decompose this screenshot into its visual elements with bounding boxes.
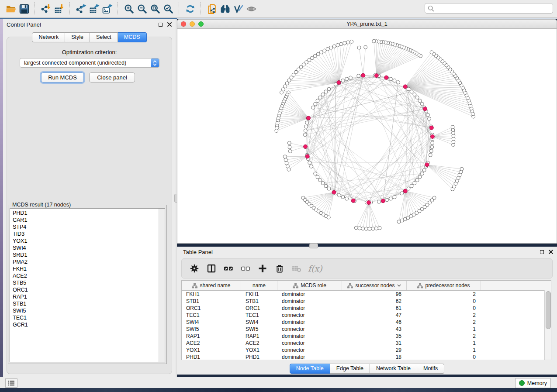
export-table-button[interactable] xyxy=(87,2,100,15)
table-row[interactable]: STB1STB1dominator620 xyxy=(182,298,551,305)
table-row[interactable]: TEC1TEC1connector472 xyxy=(182,312,551,319)
mcds-node[interactable] xyxy=(403,189,407,193)
show-graphics-details-button[interactable] xyxy=(245,2,258,15)
table-scrollbar-thumb[interactable] xyxy=(546,291,551,329)
mcds-result-item[interactable]: TEC1 xyxy=(10,314,159,321)
mcds-result-item[interactable]: GCR1 xyxy=(10,321,159,328)
search-input[interactable] xyxy=(434,5,550,12)
mcds-result-item[interactable]: CAR1 xyxy=(10,217,159,224)
close-panel-action-button[interactable]: Close panel xyxy=(89,72,135,83)
mcds-node[interactable] xyxy=(306,116,310,120)
zoom-fit-button[interactable] xyxy=(149,2,162,15)
mcds-node[interactable] xyxy=(374,74,378,78)
mcds-node[interactable] xyxy=(429,126,433,130)
network-graph-canvas[interactable] xyxy=(177,29,557,244)
add-column-button[interactable] xyxy=(255,261,270,276)
mcds-result-item[interactable]: YOX1 xyxy=(10,237,159,244)
mcds-result-groupbox: MCDS result (17 nodes) PHD1CAR1STP4TID3Y… xyxy=(8,202,167,364)
mcds-result-item[interactable]: ACE2 xyxy=(10,272,159,279)
zoom-selected-button[interactable] xyxy=(162,2,175,15)
mcds-result-item[interactable]: TID3 xyxy=(10,230,159,237)
table-scrollbar[interactable] xyxy=(544,290,551,360)
mcds-node[interactable] xyxy=(381,199,385,203)
tab-edge-table[interactable]: Edge Table xyxy=(330,364,370,374)
memory-button[interactable]: Memory xyxy=(515,378,551,388)
mcds-node[interactable] xyxy=(425,163,429,167)
function-builder-button[interactable]: f(x) xyxy=(308,264,322,273)
mcds-node[interactable] xyxy=(430,134,434,138)
mcds-node[interactable] xyxy=(367,201,371,205)
column-header-shared-name[interactable]: shared name xyxy=(182,281,241,290)
panel-menu-button[interactable] xyxy=(5,378,17,388)
mcds-result-item[interactable]: SRD1 xyxy=(10,251,159,258)
network-window-titlebar[interactable]: YPA_prune.txt_1 xyxy=(177,20,557,29)
mcds-node[interactable] xyxy=(361,73,365,77)
network-view-window[interactable]: YPA_prune.txt_1 xyxy=(177,19,557,244)
delete-table-disabled-button[interactable] xyxy=(289,261,304,276)
tab-mcds[interactable]: MCDS xyxy=(118,32,147,42)
mcds-list-scrollbar[interactable] xyxy=(159,209,165,362)
tab-motifs[interactable]: Motifs xyxy=(417,364,444,374)
mcds-result-item[interactable]: ORC1 xyxy=(10,286,159,293)
zoom-out-button[interactable] xyxy=(135,2,149,15)
import-table-button[interactable] xyxy=(52,2,66,15)
tab-node-table[interactable]: Node Table xyxy=(290,364,330,374)
column-header-successor-nodes[interactable]: successor nodes xyxy=(342,281,407,290)
export-image-button[interactable] xyxy=(100,2,114,15)
table-row[interactable]: SWI4SWI4dominator462 xyxy=(182,319,551,326)
mcds-result-item[interactable]: PHD1 xyxy=(10,210,159,217)
tab-select[interactable]: Select xyxy=(90,32,118,42)
mcds-result-list[interactable]: PHD1CAR1STP4TID3YOX1SWI4SRD1PMA2FKH1ACE2… xyxy=(10,208,165,362)
run-mcds-button[interactable]: Run MCDS xyxy=(41,72,84,83)
mcds-result-item[interactable]: STP4 xyxy=(10,224,159,230)
mcds-result-item[interactable]: RAP1 xyxy=(10,293,159,300)
horizontal-splitter-grip[interactable] xyxy=(309,244,318,248)
deselect-all-button[interactable] xyxy=(238,261,253,276)
mcds-result-item[interactable]: FKH1 xyxy=(10,265,159,272)
mcds-node[interactable] xyxy=(337,81,341,85)
delete-column-button[interactable] xyxy=(272,261,287,276)
tab-network-table[interactable]: Network Table xyxy=(370,364,417,374)
table-row[interactable]: FKH1FKH1dominator962 xyxy=(182,291,551,298)
mcds-node[interactable] xyxy=(403,85,407,89)
refresh-button[interactable] xyxy=(183,2,197,15)
mcds-node[interactable] xyxy=(304,144,308,148)
mcds-result-item[interactable]: STB1 xyxy=(10,300,159,307)
search-network-button[interactable] xyxy=(218,2,232,15)
table-close-panel-button[interactable] xyxy=(548,249,554,255)
table-row[interactable]: PHD1PHD1dominator180 xyxy=(182,354,551,360)
zoom-in-button[interactable] xyxy=(122,2,135,15)
table-row[interactable]: RAP1RAP1dominator352 xyxy=(182,333,551,340)
column-header-predecessor-nodes[interactable]: predecessor nodes xyxy=(407,281,481,290)
tab-style[interactable]: Style xyxy=(65,32,90,42)
hide-graphics-details-button[interactable] xyxy=(232,2,245,15)
mcds-node[interactable] xyxy=(384,76,388,79)
mcds-result-item[interactable]: SWI4 xyxy=(10,244,159,251)
mcds-result-item[interactable]: SWI5 xyxy=(10,307,159,314)
criterion-select[interactable]: largest connected component (undirected) xyxy=(20,58,159,68)
mcds-node[interactable] xyxy=(305,155,309,158)
table-float-panel-button[interactable] xyxy=(539,249,545,255)
table-row[interactable]: SWI5SWI5connector431 xyxy=(182,326,551,333)
close-panel-button[interactable] xyxy=(166,21,173,28)
table-row[interactable]: ACE2ACE2connector311 xyxy=(182,340,551,347)
float-panel-button[interactable] xyxy=(157,21,163,28)
tab-network[interactable]: Network xyxy=(32,32,65,42)
table-row[interactable]: YOX1YOX1connector291 xyxy=(182,347,551,354)
new-network-from-selection-button[interactable] xyxy=(205,2,218,15)
select-all-button[interactable] xyxy=(221,261,236,276)
import-network-button[interactable] xyxy=(39,2,52,15)
column-header-MCDS-role[interactable]: MCDS role xyxy=(277,281,342,290)
mcds-node[interactable] xyxy=(423,107,427,111)
save-button[interactable] xyxy=(17,2,31,15)
export-network-button[interactable] xyxy=(74,2,87,15)
mcds-node[interactable] xyxy=(332,190,336,194)
toggle-columns-button[interactable] xyxy=(204,261,219,276)
open-folder-button[interactable] xyxy=(4,2,17,15)
mcds-result-item[interactable]: PMA2 xyxy=(10,258,159,265)
settings-button[interactable] xyxy=(187,261,202,276)
table-row[interactable]: ORC1ORC1dominator610 xyxy=(182,305,551,312)
column-header-name[interactable]: name xyxy=(241,281,277,290)
mcds-node[interactable] xyxy=(351,199,355,203)
mcds-result-item[interactable]: STB5 xyxy=(10,279,159,286)
